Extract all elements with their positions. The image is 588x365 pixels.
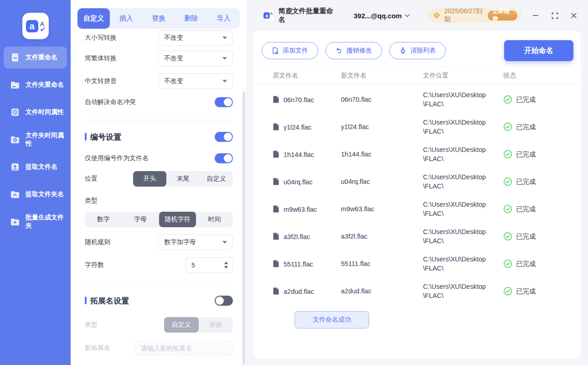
close-button[interactable] [570,11,578,20]
position-option-start[interactable]: 开头 [133,171,166,187]
char-count-label: 字符数 [85,261,104,269]
file-icon [273,96,279,104]
case-convert-select[interactable]: 不改变 [158,30,233,46]
sidebar-item-folder-rename[interactable]: 文件夹重命名 [4,74,67,96]
new-name: y1l24.flac [341,123,369,130]
tab-insert[interactable]: 插入 [110,8,142,29]
position-segmented-control: 开头 末尾 自定义 [133,171,233,187]
minimize-button[interactable] [531,11,540,20]
pinyin-select[interactable]: 不改变 [158,73,233,89]
file-path-line2: \FLAC\ [423,264,505,273]
start-rename-button[interactable]: 开始命名 [504,40,573,61]
table-row[interactable]: u04rq.flac u04rq.flac C:\Users\XU\Deskto… [253,168,581,195]
position-option-custom[interactable]: 自定义 [200,171,233,187]
file-path-line1: C:\Users\XU\Desktop [423,146,505,155]
logo-a-icon: a [263,12,270,19]
table-row[interactable]: a3f2l.flac a3f2l.flac C:\Users\XU\Deskto… [253,223,581,250]
file-path-line2: \FLAC\ [423,182,505,191]
status-text: 已完成 [516,205,536,214]
minimize-icon [532,12,539,19]
char-count-input[interactable] [191,261,217,269]
tab-replace[interactable]: 替换 [142,8,175,29]
ext-type-label: 类型 [85,321,98,329]
extension-toggle[interactable] [215,296,233,306]
status-text: 已完成 [516,232,536,241]
new-name: a3f2l.flac [341,233,367,240]
original-name: m9w63.flac [284,205,317,213]
status-text: 已完成 [516,150,536,159]
random-rule-label: 随机规则 [85,238,110,246]
simp-trad-select[interactable]: 不改变 [158,51,233,66]
sidebar-item-label: 文件夹时间属性 [26,131,67,148]
success-check-icon [503,287,512,296]
new-name: m9w63.flac [341,205,374,213]
success-check-icon [503,259,512,268]
table-row[interactable]: a2dud.flac a2dud.flac C:\Users\XU\Deskto… [253,277,581,305]
file-path-line2: \FLAC\ [423,99,505,109]
random-rule-select[interactable]: 数字加字母 [158,235,233,250]
only-number-toggle[interactable] [215,153,233,163]
col-original-name: 原文件名 [273,72,298,80]
extract-filename-icon [10,162,21,172]
undo-icon [335,47,343,54]
extract-foldername-icon [10,189,21,200]
table-row[interactable]: m9w63.flac m9w63.flac C:\Users\XU\Deskto… [253,195,581,223]
sidebar-item-folder-time[interactable]: 文件夹时间属性 [4,129,67,151]
tab-custom[interactable]: 自定义 [77,8,110,29]
auto-conflict-label: 自动解决命名冲突 [85,98,136,106]
type-option-number[interactable]: 数字 [85,212,122,227]
renew-button[interactable]: 立即续费 [488,10,517,21]
file-path-line1: C:\Users\XU\Desktop [423,91,505,100]
sidebar-item-batch-create-folder[interactable]: 批量生成文件夹 [4,211,67,233]
tab-import[interactable]: 导入 [207,8,240,29]
new-ext-input[interactable] [135,340,233,356]
type-option-time[interactable]: 时间 [196,212,233,227]
divider [85,286,233,286]
ext-type-option-replace[interactable]: 替换 [199,317,233,333]
random-rule-value: 数字加字母 [164,238,196,246]
status-text: 已完成 [516,123,536,131]
extension-section-title: 拓展名设置 [85,296,129,306]
add-files-button[interactable]: 添加文件 [262,42,318,59]
clear-list-button[interactable]: 清除列表 [389,42,446,59]
type-label: 类型 [85,197,98,204]
sidebar-item-file-time[interactable]: 文件时间属性 [4,101,67,123]
table-row[interactable]: 55111.flac 55111.flac C:\Users\XU\Deskto… [253,250,581,277]
vip-crown-icon: V [433,11,440,20]
type-segmented-control: 数字 字母 随机字符 时间 [85,212,233,227]
file-rename-icon [10,52,21,63]
success-check-icon [503,95,512,104]
table-row[interactable]: 1h144.flac 1h144.flac C:\Users\XU\Deskto… [253,141,581,168]
account-menu[interactable]: 392...@qq.com [354,12,410,20]
success-check-icon [503,232,512,241]
chevron-down-icon [222,80,227,83]
new-name: a2dud.flac [341,287,371,295]
stepper-up-icon[interactable] [224,261,228,264]
sidebar-item-extract-filename[interactable]: 提取文件名 [4,156,67,178]
stepper-down-icon[interactable] [224,266,228,269]
license-badge: V 2025/06/27到期 立即续费 [428,8,520,23]
maximize-button[interactable] [551,11,559,20]
table-row[interactable]: y1l24.flac y1l24.flac C:\Users\XU\Deskto… [253,113,581,141]
auto-conflict-toggle[interactable] [215,97,233,107]
numbering-toggle[interactable] [215,132,233,142]
file-table-body: 06n70.flac 06n70.flac C:\Users\XU\Deskto… [253,86,581,305]
tab-delete[interactable]: 删除 [175,8,207,29]
settings-scrollbar[interactable] [242,91,245,365]
position-option-end[interactable]: 末尾 [166,171,200,187]
undo-button[interactable]: 撤销修改 [325,42,382,59]
table-header: 原文件名 新文件名 文件位置 状态 [253,67,581,84]
file-icon [273,123,279,131]
original-name: u04rq.flac [284,178,313,185]
ext-type-option-custom[interactable]: 自定义 [164,317,199,333]
window-controls [520,11,578,20]
type-option-random[interactable]: 随机字符 [159,212,196,227]
sidebar-item-extract-foldername[interactable]: 提取文件夹名 [4,183,67,205]
folder-time-icon [10,134,21,145]
file-path-line1: C:\Users\XU\Desktop [423,255,505,264]
sidebar-item-file-rename[interactable]: 文件重命名 [4,47,67,68]
table-row[interactable]: 06n70.flac 06n70.flac C:\Users\XU\Deskto… [253,86,581,113]
rename-success-toast: 文件命名成功 [294,311,369,328]
maximize-icon [552,12,558,19]
type-option-letter[interactable]: 字母 [122,212,159,227]
